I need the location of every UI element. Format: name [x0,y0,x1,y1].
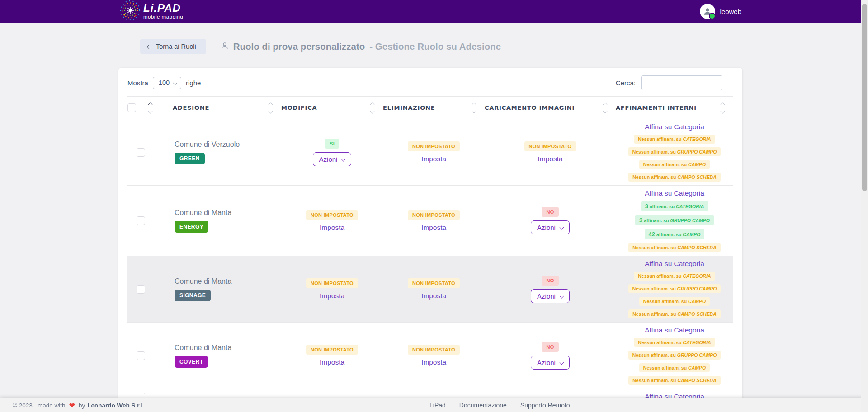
affinamento-badge: Nessun affinam. su CATEGORIA [634,135,715,144]
affinamento-badge: Nessun affinam. su CAMPO [639,297,710,306]
row-checkbox[interactable] [137,216,145,225]
affina-su-categoria-link[interactable]: Affina su Categoria [645,260,704,268]
logo-starburst-icon [120,0,141,23]
column-header-caricamento-immagini[interactable]: CARICAMENTO IMMAGINI [485,103,616,113]
affina-su-categoria-link[interactable]: Affina su Categoria [645,326,704,334]
imposta-link[interactable]: Imposta [421,292,446,300]
affinamento-target: CAMPO SCHEDA [677,245,716,250]
affinamento-target: CATEGORIA [683,273,711,279]
cell-caricamento-immagini: NOAzioni [485,323,616,389]
affina-su-categoria-link[interactable]: Affina su Categoria [645,189,704,197]
app-logo[interactable]: Li.PAD mobile mapping [120,0,183,23]
cell-select [127,186,173,256]
azioni-dropdown[interactable]: Azioni [531,289,570,303]
imposta-link[interactable]: Imposta [320,292,344,300]
column-header-eliminazione[interactable]: ELIMINAZIONE [383,103,485,113]
status-badge: NON IMPOSTATO [408,278,460,288]
row-checkbox[interactable] [137,148,145,157]
chevron-down-icon [341,157,346,161]
imposta-link[interactable]: Imposta [421,224,446,232]
azioni-dropdown[interactable]: Azioni [531,356,570,370]
vertical-scrollbar[interactable] [861,0,868,412]
sort-asc-icon[interactable] [721,102,725,107]
imposta-link[interactable]: Imposta [320,224,344,232]
sort-asc-icon[interactable] [370,102,375,107]
column-header-modifica[interactable]: MODIFICA [281,103,383,113]
adesione-name: Comune di Manta [175,277,231,286]
adesione-badge: ENERGY [175,221,208,233]
status-badge: SI [325,139,339,149]
footer-link-documentazione[interactable]: Documentazione [459,402,507,409]
footer-link-lipad[interactable]: LiPad [429,402,446,409]
imposta-link[interactable]: Imposta [421,358,446,366]
affinamento-badge: Nessun affinam. su CAMPO [639,160,710,169]
sort-desc-icon[interactable] [269,109,273,113]
column-header-select[interactable] [127,103,173,113]
avatar[interactable] [700,4,715,19]
affinamento-badge: Nessun affinam. su CAMPO SCHEDA [628,173,721,182]
affinamento-badge: Nessun affinam. su CAMPO SCHEDA [628,376,721,385]
affinamento-target: CAMPO SCHEDA [677,378,716,383]
row-checkbox[interactable] [137,351,145,360]
cell-eliminazione: NON IMPOSTATOImposta [383,186,485,256]
imposta-link[interactable]: Imposta [320,358,344,366]
user-menu[interactable]: leoweb [700,0,741,23]
table-controls: Mostra 100 righe Cerca: [127,68,733,96]
azioni-dropdown[interactable]: Azioni [313,152,352,166]
column-header-adesione[interactable]: ADESIONE [173,103,281,113]
sort-desc-icon[interactable] [721,109,725,113]
back-to-roles-button[interactable]: Torna ai Ruoli [140,39,206,54]
sort-desc-icon[interactable] [370,109,375,113]
table-row: Comune di VerzuoloGREENSIAzioniNON IMPOS… [127,119,733,186]
sort-asc-icon[interactable] [148,102,153,107]
azioni-dropdown[interactable]: Azioni [531,220,570,234]
footer-link-supporto-remoto[interactable]: Supporto Remoto [520,402,570,409]
sort-asc-icon[interactable] [603,102,608,107]
cell-modifica: NON IMPOSTATOImposta [281,186,383,256]
status-badge: NON IMPOSTATO [408,210,460,220]
imposta-link[interactable]: Imposta [421,155,446,163]
sort-asc-icon[interactable] [472,102,476,107]
select-all-checkbox[interactable] [127,103,136,112]
chevron-down-icon [559,294,564,298]
scrollbar-thumb[interactable] [862,4,867,191]
page-title: Ruolo di prova personalizzato - Gestione… [221,41,501,52]
affinamento-badge: Nessun affinam. su CATEGORIA [634,338,715,347]
affinamento-count: 3 [645,203,648,210]
affinamento-badge: Nessun affinam. su CATEGORIA [634,272,715,281]
chevron-left-icon [147,44,151,49]
sort-desc-icon[interactable] [603,109,608,113]
row-checkbox[interactable] [137,285,145,294]
column-label: AFFINAMENTI INTERNI [616,104,697,111]
rows-per-page-prefix: Mostra [127,79,148,87]
affina-su-categoria-link[interactable]: Affina su Categoria [645,123,704,131]
affinamento-target: CAMPO [683,232,700,237]
cell-caricamento-immagini: NOAzioni [485,186,616,256]
sort-desc-icon[interactable] [472,109,476,113]
cell-modifica: NON IMPOSTATOImposta [281,323,383,389]
rows-per-page-value: 100 [159,79,170,86]
status-badge: NON IMPOSTATO [524,141,576,151]
cell-eliminazione: NON IMPOSTATOImposta [383,323,485,389]
company-name: Leonardo Web S.r.l. [87,402,144,409]
rows-per-page-select[interactable]: 100 [153,77,181,89]
affinamento-target: GRUPPO CAMPO [670,218,710,223]
cell-caricamento-immagini: NON IMPOSTATOImposta [485,119,616,185]
sort-asc-icon[interactable] [269,102,273,107]
search-input[interactable] [641,75,722,90]
column-header-affinamenti-interni[interactable]: AFFINAMENTI INTERNI [616,103,733,113]
affinamento-target: CAMPO [688,365,706,370]
affinamento-target: GRUPPO CAMPO [677,149,717,154]
azioni-label: Azioni [537,359,556,366]
affinamento-badge: Nessun affinam. su GRUPPO CAMPO [628,351,721,360]
cell-modifica: SIAzioni [281,119,383,185]
status-badge: NON IMPOSTATO [408,141,460,151]
imposta-link[interactable]: Imposta [538,155,562,163]
table-body: Comune di VerzuoloGREENSIAzioniNON IMPOS… [127,119,733,412]
cell-adesione: Comune di MantaSIGNAGE [173,256,281,322]
cell-eliminazione: NON IMPOSTATOImposta [383,256,485,322]
affinamento-count: 3 [639,217,642,224]
affinamento-badge: 3 affinam. su CATEGORIA [641,201,708,211]
sort-desc-icon[interactable] [148,109,153,113]
cell-affinamenti-interni: Affina su CategoriaNessun affinam. su CA… [616,256,733,322]
